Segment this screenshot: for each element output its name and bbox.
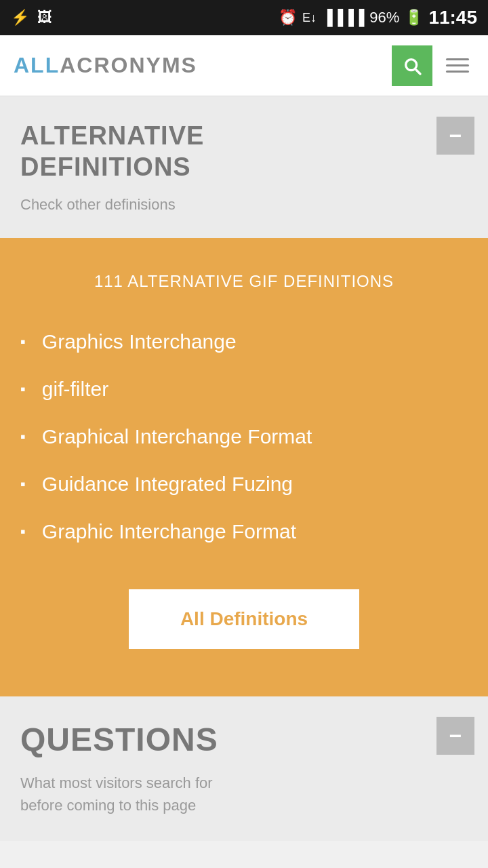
header: ALL ACRONYMS (0, 35, 488, 96)
status-right-icons: ⏰ E↓ ▐▐▐▐ 96% 🔋 11:45 (279, 7, 477, 28)
alt-def-title: ALTERNATIVE DEFINITIONS (20, 121, 413, 182)
alt-def-subtitle: Check other definisions (20, 196, 468, 214)
usb-icon: ⚡ (11, 9, 29, 26)
menu-bar-3 (446, 71, 469, 73)
signal-icon: ▐▐▐▐ (322, 9, 364, 26)
gif-block-title: 111 ALTERNATIVE GIF DEFINITIONS (20, 272, 468, 291)
status-time: 11:45 (428, 7, 477, 28)
all-definitions-button[interactable]: All Definitions (129, 589, 359, 649)
battery-icon: 🔋 (405, 9, 423, 26)
menu-button[interactable] (441, 49, 474, 83)
menu-bar-2 (446, 64, 469, 66)
menu-bar-1 (446, 58, 469, 60)
questions-subtitle: What most visitors search forbefore comi… (20, 772, 468, 816)
alt-def-section: ALTERNATIVE DEFINITIONS Check other defi… (0, 96, 488, 238)
list-item: gif-filter (20, 366, 468, 413)
network-e-icon: E↓ (302, 11, 317, 25)
list-item: Graphic Interchange Format (20, 508, 468, 555)
battery-percentage: 96% (369, 9, 399, 26)
list-item: Graphics Interchange (20, 318, 468, 366)
gif-definitions-list: Graphics Interchange gif-filter Graphica… (20, 318, 468, 555)
questions-collapse-button[interactable]: − (436, 717, 474, 755)
status-left-icons: ⚡ 🖼 (11, 9, 52, 26)
questions-section: QUESTIONS What most visitors search forb… (0, 696, 488, 841)
list-item: Guidance Integrated Fuzing (20, 460, 468, 508)
header-icons (392, 45, 474, 86)
status-bar: ⚡ 🖼 ⏰ E↓ ▐▐▐▐ 96% 🔋 11:45 (0, 0, 488, 35)
alt-def-collapse-button[interactable]: − (436, 117, 474, 155)
alarm-icon: ⏰ (279, 9, 297, 26)
logo[interactable]: ALL ACRONYMS (14, 53, 197, 78)
search-icon (401, 55, 423, 77)
search-button[interactable] (392, 45, 432, 86)
image-icon: 🖼 (37, 9, 52, 26)
logo-acronyms: ACRONYMS (60, 53, 197, 78)
questions-title: QUESTIONS (20, 721, 468, 758)
list-item: Graphical Interchange Format (20, 413, 468, 460)
gif-block: 111 ALTERNATIVE GIF DEFINITIONS Graphics… (0, 238, 488, 696)
logo-all: ALL (14, 53, 60, 78)
